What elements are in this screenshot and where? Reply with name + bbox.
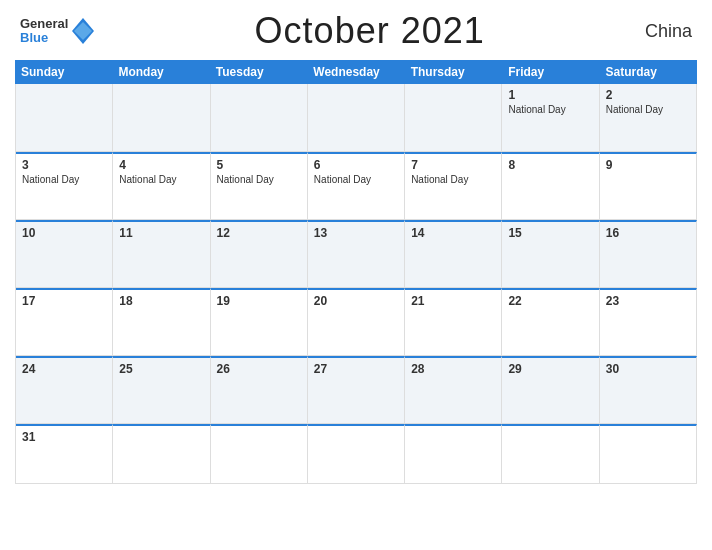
calendar-container: General Blue October 2021 China Sunday M… (0, 0, 712, 550)
cell-event: National Day (508, 104, 592, 115)
table-row: 25 (113, 356, 210, 424)
cell-number: 17 (22, 294, 106, 308)
cell-event: National Day (119, 174, 203, 185)
cell-event: National Day (314, 174, 398, 185)
table-row: 23 (600, 288, 697, 356)
day-tuesday: Tuesday (210, 60, 307, 84)
table-row: 14 (405, 220, 502, 288)
days-header: Sunday Monday Tuesday Wednesday Thursday… (15, 60, 697, 84)
cell-number: 18 (119, 294, 203, 308)
table-row (16, 84, 113, 152)
table-row: 22 (502, 288, 599, 356)
cell-event: National Day (22, 174, 106, 185)
table-row: 12 (211, 220, 308, 288)
cell-number: 9 (606, 158, 690, 172)
table-row: 30 (600, 356, 697, 424)
cell-number: 30 (606, 362, 690, 376)
cell-number: 31 (22, 430, 106, 444)
table-row (600, 424, 697, 484)
cell-number: 3 (22, 158, 106, 172)
day-sunday: Sunday (15, 60, 112, 84)
svg-marker-1 (74, 22, 92, 40)
cell-number: 1 (508, 88, 592, 102)
cell-number: 25 (119, 362, 203, 376)
table-row: 4National Day (113, 152, 210, 220)
logo-blue-text: Blue (20, 31, 68, 45)
table-row: 20 (308, 288, 405, 356)
table-row: 24 (16, 356, 113, 424)
table-row (113, 424, 210, 484)
logo-general-text: General (20, 17, 68, 31)
table-row (308, 424, 405, 484)
table-row (211, 84, 308, 152)
table-row: 26 (211, 356, 308, 424)
cell-number: 8 (508, 158, 592, 172)
day-thursday: Thursday (405, 60, 502, 84)
table-row: 29 (502, 356, 599, 424)
cell-number: 26 (217, 362, 301, 376)
table-row (211, 424, 308, 484)
cell-number: 15 (508, 226, 592, 240)
table-row: 18 (113, 288, 210, 356)
country-name: China (645, 21, 692, 42)
day-wednesday: Wednesday (307, 60, 404, 84)
cell-number: 5 (217, 158, 301, 172)
logo: General Blue (20, 17, 94, 46)
table-row (405, 424, 502, 484)
table-row: 2National Day (600, 84, 697, 152)
table-row (113, 84, 210, 152)
cell-number: 14 (411, 226, 495, 240)
cell-number: 23 (606, 294, 690, 308)
cell-number: 27 (314, 362, 398, 376)
cell-number: 28 (411, 362, 495, 376)
cell-event: National Day (217, 174, 301, 185)
day-friday: Friday (502, 60, 599, 84)
cell-number: 10 (22, 226, 106, 240)
logo-icon (72, 18, 94, 44)
cell-number: 24 (22, 362, 106, 376)
table-row: 15 (502, 220, 599, 288)
cell-number: 29 (508, 362, 592, 376)
header: General Blue October 2021 China (15, 10, 697, 52)
calendar-title: October 2021 (255, 10, 485, 52)
cell-event: National Day (411, 174, 495, 185)
table-row (405, 84, 502, 152)
day-saturday: Saturday (600, 60, 697, 84)
table-row: 27 (308, 356, 405, 424)
cell-number: 16 (606, 226, 690, 240)
table-row: 19 (211, 288, 308, 356)
table-row: 28 (405, 356, 502, 424)
table-row: 7National Day (405, 152, 502, 220)
table-row: 31 (16, 424, 113, 484)
table-row: 8 (502, 152, 599, 220)
table-row: 21 (405, 288, 502, 356)
table-row: 10 (16, 220, 113, 288)
calendar-grid: 1National Day2National Day3National Day4… (15, 84, 697, 484)
cell-event: National Day (606, 104, 690, 115)
cell-number: 22 (508, 294, 592, 308)
cell-number: 11 (119, 226, 203, 240)
cell-number: 2 (606, 88, 690, 102)
table-row: 13 (308, 220, 405, 288)
table-row: 6National Day (308, 152, 405, 220)
cell-number: 4 (119, 158, 203, 172)
cell-number: 21 (411, 294, 495, 308)
day-monday: Monday (112, 60, 209, 84)
table-row (308, 84, 405, 152)
cell-number: 19 (217, 294, 301, 308)
table-row: 16 (600, 220, 697, 288)
cell-number: 12 (217, 226, 301, 240)
table-row: 11 (113, 220, 210, 288)
table-row: 5National Day (211, 152, 308, 220)
cell-number: 6 (314, 158, 398, 172)
table-row (502, 424, 599, 484)
cell-number: 20 (314, 294, 398, 308)
cell-number: 7 (411, 158, 495, 172)
table-row: 3National Day (16, 152, 113, 220)
cell-number: 13 (314, 226, 398, 240)
table-row: 1National Day (502, 84, 599, 152)
table-row: 9 (600, 152, 697, 220)
logo-text-group: General Blue (20, 17, 68, 46)
table-row: 17 (16, 288, 113, 356)
